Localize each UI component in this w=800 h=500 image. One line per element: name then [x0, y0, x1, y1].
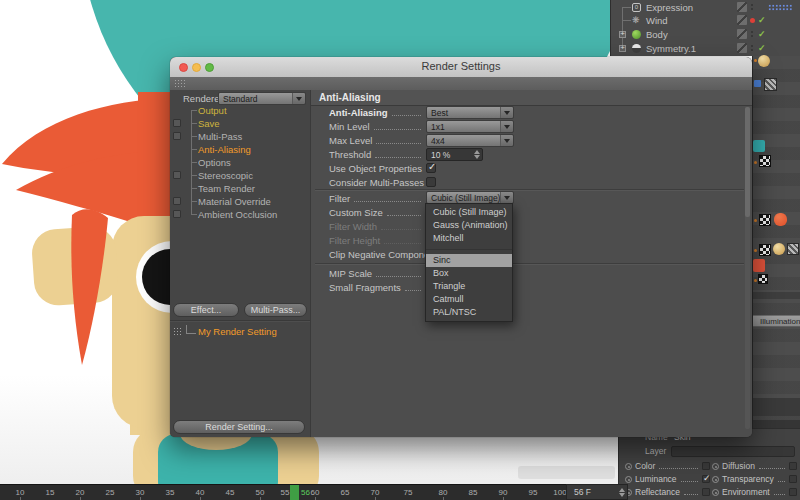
- channel-reflectance[interactable]: Reflectance: [625, 486, 710, 497]
- enable-checkbox[interactable]: [173, 119, 181, 127]
- material-orange-icon[interactable]: [774, 213, 787, 226]
- texture-tag-icon[interactable]: [759, 214, 771, 226]
- enabled-check-icon[interactable]: ✓: [758, 42, 766, 55]
- timeline-ruler[interactable]: 10 15 20 25 30 35 40 45 50 55 60 65 70 7…: [0, 484, 618, 500]
- channel-environment[interactable]: Environment: [712, 486, 797, 497]
- menu-item-gauss[interactable]: Gauss (Animation): [426, 219, 512, 232]
- menu-item-cubic[interactable]: Cubic (Still Image): [426, 206, 512, 219]
- channel-radio-icon[interactable]: [712, 463, 719, 470]
- material-tan-icon[interactable]: [773, 243, 785, 255]
- dotted-leader: [376, 268, 421, 277]
- sidebar-item-multi-pass[interactable]: Multi-Pass: [170, 130, 310, 143]
- visibility-dots-icon[interactable]: [751, 4, 753, 12]
- dropdown-arrow: [500, 192, 513, 203]
- menu-item-triangle[interactable]: Triangle: [426, 280, 512, 293]
- material-teal-icon[interactable]: [753, 140, 765, 152]
- channel-diffusion[interactable]: Diffusion: [712, 460, 797, 471]
- drag-grip-icon[interactable]: [174, 79, 187, 88]
- stepper-arrows-icon[interactable]: [474, 150, 480, 159]
- enabled-check-icon[interactable]: ✓: [758, 28, 766, 41]
- layer-icon[interactable]: [737, 2, 747, 12]
- sidebar-item-team-render[interactable]: Team Render: [170, 182, 310, 195]
- enable-checkbox[interactable]: [173, 132, 181, 140]
- max-level-dropdown[interactable]: 4x4: [426, 134, 514, 147]
- tag-hatch-icon[interactable]: [764, 78, 777, 91]
- playhead-marker[interactable]: [290, 485, 299, 500]
- sidebar-item-save[interactable]: Save: [170, 117, 310, 130]
- tag-blue-icon[interactable]: [754, 80, 761, 87]
- channel-radio-icon[interactable]: [625, 476, 632, 483]
- anti-aliasing-panel: Anti-Aliasing Anti-Aliasing Best Min Lev…: [310, 90, 752, 437]
- enable-checkbox[interactable]: [173, 210, 181, 218]
- threshold-field[interactable]: 10 %: [426, 148, 483, 161]
- object-row-wind[interactable]: ❋ Wind ✓: [611, 14, 800, 27]
- min-level-dropdown[interactable]: 1x1: [426, 120, 514, 133]
- scrollbar-thumb[interactable]: [745, 107, 750, 217]
- channel-checkbox[interactable]: [789, 488, 797, 496]
- stepper-arrows-icon[interactable]: [619, 488, 625, 497]
- channel-radio-icon[interactable]: [712, 476, 719, 483]
- channel-checkbox[interactable]: [702, 488, 710, 496]
- frame-number-field[interactable]: 56 F: [566, 484, 628, 500]
- dropdown-value: Best: [427, 108, 500, 118]
- expand-icon[interactable]: +: [619, 31, 626, 38]
- layer-icon[interactable]: [737, 29, 747, 39]
- visibility-dots-icon[interactable]: [751, 31, 753, 39]
- menu-item-catmull[interactable]: Catmull: [426, 293, 512, 306]
- menu-item-mitchell[interactable]: Mitchell: [426, 232, 512, 245]
- channel-checkbox[interactable]: [789, 475, 797, 483]
- layer-input[interactable]: [671, 446, 795, 457]
- tick-label: 10: [16, 488, 25, 497]
- consider-multi-passes-checkbox[interactable]: [426, 177, 436, 187]
- expand-icon[interactable]: +: [619, 45, 626, 52]
- object-row-body[interactable]: + Body ✓: [611, 28, 800, 41]
- dotted-leader: [381, 221, 421, 230]
- visibility-dots-icon[interactable]: [751, 45, 753, 53]
- sidebar-item-output[interactable]: Output: [170, 104, 310, 117]
- texture-tag-icon[interactable]: [758, 274, 768, 284]
- dropdown-arrow: [500, 107, 513, 118]
- channel-transparency[interactable]: Transparency: [712, 473, 797, 484]
- texture-tag-icon[interactable]: [759, 155, 771, 167]
- channel-luminance[interactable]: Luminance: [625, 473, 710, 484]
- sidebar-item-stereoscopic[interactable]: Stereoscopic: [170, 169, 310, 182]
- field-label: Threshold: [329, 149, 371, 160]
- tag-hatch-icon[interactable]: [787, 243, 799, 255]
- layer-icon[interactable]: [737, 15, 747, 25]
- material-red-icon[interactable]: [753, 259, 765, 272]
- effect-button[interactable]: Effect...: [173, 303, 239, 317]
- channel-color[interactable]: Color: [625, 460, 710, 471]
- render-setting-button[interactable]: Render Setting...: [173, 420, 305, 434]
- channel-checkbox[interactable]: [702, 475, 710, 483]
- layer-icon[interactable]: [737, 43, 747, 53]
- object-row-expression[interactable]: 0 Expression: [611, 1, 800, 14]
- section-divider: [315, 263, 744, 264]
- material-tan-icon[interactable]: [758, 55, 770, 67]
- sidebar-item-material-override[interactable]: Material Override: [170, 195, 310, 208]
- channel-radio-icon[interactable]: [712, 489, 719, 496]
- illumination-section-button[interactable]: Illumination: [753, 315, 800, 327]
- field-label: Small Fragments: [329, 282, 401, 293]
- menu-item-pal-ntsc[interactable]: PAL/NTSC: [426, 306, 512, 319]
- channel-checkbox[interactable]: [702, 462, 710, 470]
- multi-pass-button[interactable]: Multi-Pass...: [244, 303, 307, 317]
- sidebar-item-ambient-occlusion[interactable]: Ambient Occlusion: [170, 208, 310, 221]
- menu-item-sinc[interactable]: Sinc: [426, 254, 512, 267]
- sidebar-item-options[interactable]: Options: [170, 156, 310, 169]
- texture-tag-icon[interactable]: [759, 244, 771, 256]
- preset-my-render-setting[interactable]: My Render Setting: [198, 326, 277, 337]
- menu-item-box[interactable]: Box: [426, 267, 512, 280]
- channel-checkbox[interactable]: [789, 462, 797, 470]
- sidebar-item-anti-aliasing[interactable]: Anti-Aliasing: [170, 143, 310, 156]
- sidebar-item-label: Ambient Occlusion: [198, 208, 277, 221]
- object-row-symmetry[interactable]: + Symmetry.1 ✓: [611, 42, 800, 55]
- window-titlebar[interactable]: Render Settings: [170, 57, 752, 78]
- disabled-dot-icon[interactable]: [750, 18, 755, 23]
- enabled-check-icon[interactable]: ✓: [758, 14, 766, 27]
- use-object-properties-checkbox[interactable]: [426, 163, 436, 173]
- anti-aliasing-dropdown[interactable]: Best: [426, 106, 514, 119]
- enable-checkbox[interactable]: [173, 171, 181, 179]
- channel-radio-icon[interactable]: [625, 463, 632, 470]
- enable-checkbox[interactable]: [173, 197, 181, 205]
- channel-label: Luminance: [635, 474, 677, 484]
